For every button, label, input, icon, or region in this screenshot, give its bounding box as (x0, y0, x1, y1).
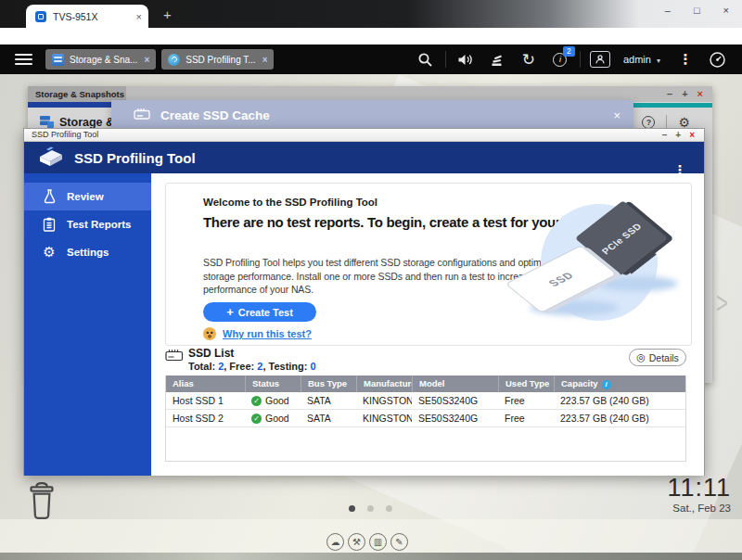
taskbar-tab-ssd-profiling[interactable]: SSD Profiling T... × (161, 49, 274, 70)
maximize-icon[interactable]: + (682, 88, 687, 99)
browser-toolbar: ← → ↻ i Not secure | 169.254.7.26 :8080/… (0, 28, 742, 45)
sidebar-item-label: Review (67, 191, 104, 202)
tab-close-icon[interactable]: × (262, 55, 268, 65)
new-tab-button[interactable]: + (163, 6, 172, 22)
cell-status: ✓ Good (245, 413, 301, 424)
sync-refresh-icon[interactable]: ↻ (513, 50, 544, 69)
cloud-icon[interactable]: ☁ (326, 533, 344, 551)
flask-icon (40, 189, 58, 204)
desktop-clock: 11:11 Sat., Feb 23 (667, 474, 731, 514)
volume-icon[interactable] (450, 53, 481, 67)
capacity-info-icon[interactable]: i (602, 380, 611, 389)
ssd-profiling-app-icon (168, 54, 180, 66)
sidebar-item-review[interactable]: Review (24, 183, 151, 210)
desktop-dock: ☁ ⚒ ▥ ✎ (326, 533, 408, 551)
dashboard-gauge-icon[interactable] (701, 51, 733, 69)
sidebar-item-settings[interactable]: ⚙ Settings (24, 238, 151, 266)
pcie-ssd-label: PCIe SSD (599, 221, 644, 256)
settings-gear-icon: ⚙ (40, 244, 58, 261)
close-icon[interactable]: × (613, 108, 620, 122)
close-icon[interactable]: × (697, 88, 703, 99)
window-controls: – □ × (665, 5, 729, 16)
wallpaper-bottom-strip (0, 553, 742, 560)
ssd-label: SSD (545, 270, 576, 288)
eye-icon: ◎ (636, 351, 646, 363)
cell-model: SE50S3240G (412, 395, 498, 406)
column-header[interactable]: Used Type (498, 375, 554, 392)
maximize-icon[interactable]: □ (694, 5, 700, 16)
dashboard-columns-icon[interactable]: ▥ (369, 533, 387, 551)
background-tasks-icon[interactable] (481, 52, 513, 67)
cell-alias: Host SSD 1 (166, 395, 245, 406)
details-button[interactable]: ◎ Details (629, 349, 686, 366)
main-menu-hamburger-icon[interactable] (15, 54, 32, 66)
username-label: admin (623, 54, 651, 65)
ssd-table: Alias Status Bus Type Manufacturer Model… (165, 375, 686, 462)
sidebar-item-test-reports[interactable]: Test Reports (24, 210, 151, 238)
column-header[interactable]: Bus Type (301, 375, 356, 392)
browser-tab-title: TVS-951X (53, 11, 136, 22)
browser-frame: TVS-951X × + – □ × (0, 0, 742, 28)
dialog-header[interactable]: Create SSD Cache × (111, 100, 633, 130)
toolbar-divider (445, 51, 446, 68)
cell-used-type: Free (498, 413, 554, 424)
status-label: Good (265, 395, 289, 406)
column-header[interactable]: Status (245, 375, 301, 392)
create-test-button[interactable]: + Create Test (203, 302, 316, 322)
browser-tab[interactable]: TVS-951X × (26, 5, 148, 28)
storage-app-icon (52, 54, 64, 66)
column-header[interactable]: Manufacturer (356, 375, 412, 392)
app-logo-icon (37, 144, 65, 172)
slide-panel-chevron-icon[interactable]: > (716, 285, 728, 322)
user-account-icon[interactable] (584, 51, 616, 68)
search-icon[interactable] (410, 52, 441, 68)
dialog-title: Create SSD Cache (160, 108, 613, 122)
column-header-label: Capacity (561, 378, 598, 388)
cell-capacity: 223.57 GB (240 GB) (554, 395, 685, 406)
close-icon[interactable]: × (723, 5, 729, 16)
minimize-icon[interactable]: – (665, 5, 671, 16)
app-window-title: SSD Profiling Tool (32, 130, 98, 139)
cell-used-type: Free (498, 395, 554, 406)
tools-icon[interactable]: ⚒ (348, 533, 365, 551)
summary-label: Total: (188, 361, 215, 372)
site-favicon (35, 11, 46, 22)
sidebar-item-label: Test Reports (67, 219, 131, 230)
taskbar-tab-storage[interactable]: Storage & Sna... × (45, 49, 156, 70)
clipboard-icon (40, 217, 58, 232)
qnap-taskbar: Storage & Sna... × SSD Profiling T... × … (0, 45, 742, 74)
minimize-icon[interactable]: – (667, 88, 672, 99)
cell-status: ✓ Good (245, 395, 301, 406)
compose-notes-icon[interactable]: ✎ (390, 533, 408, 551)
welcome-eyebrow: Welcome to the SSD Profiling Tool (203, 197, 377, 208)
app-window-titlebar[interactable]: SSD Profiling Tool – + × (24, 129, 704, 142)
why-run-link[interactable]: Why run this test? (223, 328, 312, 339)
recycle-bin-icon[interactable] (24, 478, 59, 527)
toolbar-divider (580, 51, 581, 68)
help-icon[interactable]: ? (642, 116, 655, 129)
cell-manufacturer: KINGSTON (356, 395, 412, 406)
cell-capacity: 223.57 GB (240 GB) (554, 413, 685, 424)
user-menu[interactable]: admin ▾ (623, 54, 660, 65)
more-options-kebab-icon[interactable]: ⋮ (670, 51, 701, 68)
minimize-icon[interactable]: – (662, 130, 668, 140)
notification-badge: 2 (563, 46, 575, 57)
column-header-capacity[interactable]: Capacityi (554, 375, 685, 392)
app-header: SSD Profiling Tool ⋮ (24, 142, 704, 173)
illustration-shadow (598, 276, 678, 291)
tab-close-icon[interactable]: × (136, 11, 142, 22)
maximize-icon[interactable]: + (675, 130, 681, 140)
cell-manufacturer: KINGSTON (356, 413, 412, 424)
taskbar-tab-label: SSD Profiling T... (186, 55, 255, 65)
column-header[interactable]: Alias (166, 375, 245, 392)
column-header[interactable]: Model (412, 375, 498, 392)
app-sidebar: Review Test Reports ⚙ Settings (24, 173, 151, 476)
table-row[interactable]: Host SSD 1 ✓ Good SATA KINGSTON SE50S324… (166, 392, 685, 410)
close-icon[interactable]: × (689, 130, 695, 140)
desktop-page-dots[interactable] (349, 505, 392, 512)
tab-close-icon[interactable]: × (144, 55, 149, 65)
table-row[interactable]: Host SSD 2 ✓ Good SATA KINGSTON SE50S324… (166, 410, 685, 427)
notifications-info-icon[interactable]: i 2 (544, 53, 576, 67)
ssd-illustration: PCIe SSD SSD (513, 197, 678, 334)
ssd-profiling-tool-window[interactable]: SSD Profiling Tool – + × SSD Profiling T… (23, 128, 705, 476)
